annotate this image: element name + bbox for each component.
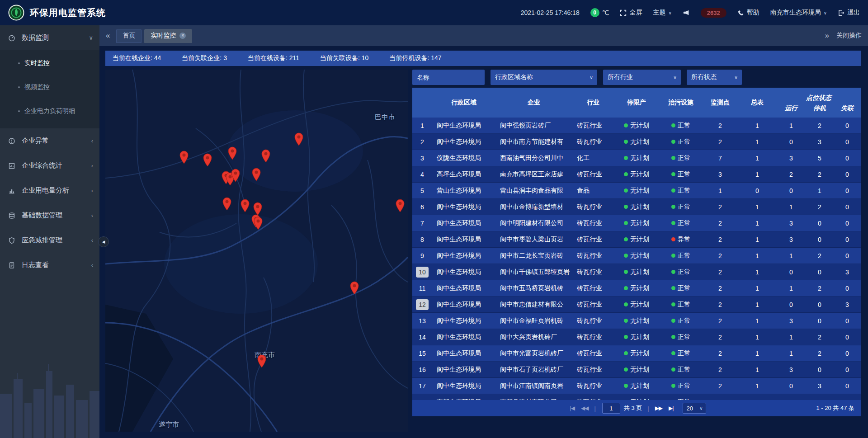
- table-row[interactable]: 17阆中生态环境局阆中市江南镇阆南页岩砖瓦行业无计划正常21030: [412, 378, 861, 394]
- first-page-button[interactable]: |◀: [570, 405, 575, 411]
- sidebar-subitem-视频监控[interactable]: 视频监控: [0, 75, 99, 99]
- cell-run-count: 1: [777, 350, 806, 357]
- fullscreen-button[interactable]: 全屏: [620, 9, 642, 17]
- cell-limit-status: 无计划: [614, 284, 659, 292]
- chevron-down-icon: ∨: [673, 75, 677, 80]
- stat-item: 当前停机设备: 147: [389, 54, 441, 62]
- map-collapse-button[interactable]: ◀: [98, 236, 109, 247]
- sidebar-subitem-企业电力负荷明细[interactable]: 企业电力负荷明细: [0, 99, 99, 123]
- sidebar-item-基础数据管理[interactable]: 基础数据管理‹: [0, 203, 99, 228]
- cell-run-count: 1: [777, 334, 806, 341]
- table-row[interactable]: 8阆中生态环境局阆中市枣碧大梁山页岩砖瓦行业无计划异常21300: [412, 231, 861, 248]
- sidebar-item-企业综合统计[interactable]: 企业综合统计‹: [0, 153, 99, 178]
- cell-industry: 砖瓦行业: [572, 366, 614, 374]
- cell-monitor-count: 2: [703, 350, 738, 357]
- cell-monitor-count: 2: [703, 382, 738, 390]
- cell-company: 南充市高坪区王家店建: [495, 170, 572, 179]
- alert-count-badge[interactable]: 2632: [701, 8, 726, 18]
- table-row[interactable]: 2阆中生态环境局阆中市南方节能建材有砖瓦行业无计划正常21030: [412, 134, 861, 150]
- sidebar-item-企业用电量分析[interactable]: 企业用电量分析‹: [0, 178, 99, 203]
- table-row[interactable]: 10阆中生态环境局阆中市千佛镇五郎垭页岩砖瓦行业无计划正常21003: [412, 264, 861, 280]
- cell-run-count: 0: [777, 382, 806, 390]
- cell-industry: 食品: [572, 187, 614, 195]
- help-button[interactable]: 帮助: [737, 9, 760, 17]
- sidebar-subitem-实时监控[interactable]: 实时监控: [0, 51, 99, 75]
- tab-realtime-monitor[interactable]: 实时监控 ×: [144, 29, 192, 43]
- status-dot-icon: [671, 172, 675, 176]
- page-size-select[interactable]: 20 ∨: [683, 403, 706, 414]
- table-row[interactable]: 5营山生态环境局营山县润丰肉食品有限食品无计划正常10010: [412, 183, 861, 199]
- table-row[interactable]: 13阆中生态环境局阆中市金福旺页岩机砖砖瓦行业无计划正常21300: [412, 313, 861, 329]
- map-pin-icon[interactable]: [179, 151, 189, 165]
- table-row[interactable]: 14阆中生态环境局阆中大兴页岩机砖厂砖瓦行业无计划正常21120: [412, 329, 861, 345]
- table-row[interactable]: 11阆中生态环境局阆中市五马桥页岩机砖砖瓦行业无计划正常21120: [412, 280, 861, 297]
- map-pin-icon[interactable]: [251, 168, 261, 183]
- chevron-collapsed-icon: ‹: [91, 162, 93, 169]
- chevron-left-icon: ◀: [102, 240, 105, 244]
- cell-meter-count: 1: [738, 252, 777, 259]
- map-pin-icon[interactable]: [349, 281, 359, 296]
- table-row[interactable]: 4高坪生态环境局南充市高坪区王家店建砖瓦行业无计划正常31220: [412, 166, 861, 183]
- tabs-scroll-left-icon[interactable]: «: [106, 31, 110, 40]
- table-body: 1阆中生态环境局阆中强锐页岩砖厂砖瓦行业无计划正常211202阆中生态环境局阆中…: [412, 118, 861, 400]
- cell-company: 阆中市光富页岩机砖厂: [495, 349, 572, 358]
- cell-run-count: 3: [777, 220, 806, 227]
- map-pin-icon[interactable]: [203, 153, 212, 168]
- table-row[interactable]: 16阆中生态环境局阆中市石子页岩机砖厂砖瓦行业无计划正常21300: [412, 362, 861, 378]
- map-panel[interactable]: 巴中市南充市遂宁市: [105, 70, 408, 432]
- logout-button[interactable]: 退出: [838, 9, 860, 17]
- cell-industry: 化工: [572, 154, 614, 162]
- sidebar-item-label: 应急减排管理: [22, 236, 91, 245]
- cell-industry: 砖瓦行业: [572, 138, 614, 146]
- prev-page-button[interactable]: ◀◀: [581, 405, 588, 411]
- cell-region: 阆中生态环境局: [432, 382, 495, 390]
- region-filter-select[interactable]: 行政区域名称 ∨: [491, 70, 597, 85]
- table-row[interactable]: 18南部生态环境局南部县建材有限公司砖瓦行业无计划正常21030: [412, 394, 861, 400]
- next-page-button[interactable]: ▶▶: [655, 405, 662, 411]
- table-row[interactable]: 15阆中生态环境局阆中市光富页岩机砖厂砖瓦行业无计划正常21120: [412, 345, 861, 362]
- close-operations-button[interactable]: 关闭操作: [836, 32, 862, 40]
- table-row[interactable]: 9阆中生态环境局阆中市二龙长宝页岩砖砖瓦行业无计划正常21120: [412, 248, 861, 264]
- map-pin-icon[interactable]: [395, 199, 405, 214]
- status-dot-icon: [624, 367, 628, 372]
- announcement-button[interactable]: [683, 9, 690, 16]
- industry-filter-select[interactable]: 所有行业 ∨: [603, 70, 681, 85]
- cell-facility-status: 正常: [659, 349, 703, 358]
- name-filter-input[interactable]: [412, 70, 485, 85]
- cell-region: 阆中生态环境局: [432, 219, 495, 227]
- map-pin-icon[interactable]: [257, 354, 267, 369]
- map-pin-icon[interactable]: [222, 197, 232, 212]
- table-row[interactable]: 6阆中生态环境局阆中市金博瑞新型墙材砖瓦行业无计划正常21120: [412, 199, 861, 215]
- status-filter-select[interactable]: 所有状态 ∨: [687, 70, 742, 85]
- table-row[interactable]: 7阆中生态环境局阆中明阳建材有限公司砖瓦行业无计划正常21300: [412, 215, 861, 231]
- chevron-collapsed-icon: ‹: [91, 137, 93, 144]
- table-row[interactable]: 12阆中生态环境局阆中市忠信建材有限公砖瓦行业无计划正常21003: [412, 297, 861, 313]
- sidebar-item-企业异常[interactable]: 企业异常‹: [0, 128, 99, 153]
- sidebar-submenu: 实时监控视频监控企业电力负荷明细: [0, 50, 99, 128]
- close-icon[interactable]: ×: [179, 33, 186, 39]
- cell-index: 15: [412, 350, 432, 357]
- org-dropdown[interactable]: 南充市生态环境局 ∨: [770, 9, 827, 17]
- theme-dropdown[interactable]: 主题 ∨: [653, 9, 671, 17]
- tab-home[interactable]: 首页: [116, 29, 142, 43]
- map-pin-icon[interactable]: [253, 217, 263, 231]
- map-pin-icon[interactable]: [227, 146, 237, 161]
- sidebar-item-数据监测[interactable]: 数据监测∨: [0, 25, 99, 50]
- page-input[interactable]: [602, 403, 620, 414]
- map-roads: [105, 70, 408, 432]
- sidebar-item-应急减排管理[interactable]: 应急减排管理‹: [0, 228, 99, 253]
- tabs-scroll-right-icon[interactable]: »: [825, 31, 829, 40]
- map-pin-icon[interactable]: [231, 169, 241, 184]
- cell-stop-count: 2: [806, 285, 834, 292]
- map-pin-icon[interactable]: [261, 149, 271, 164]
- last-page-button[interactable]: ▶|: [669, 405, 673, 411]
- map-pin-icon[interactable]: [294, 132, 304, 147]
- table-row[interactable]: 1阆中生态环境局阆中强锐页岩砖厂砖瓦行业无计划正常21120: [412, 118, 861, 134]
- sidebar-item-日志查看[interactable]: 日志查看‹: [0, 253, 99, 278]
- map-pin-icon[interactable]: [240, 199, 250, 214]
- table-row[interactable]: 3仪陇生态环境局西南油气田分公司川中化工无计划正常71350: [412, 150, 861, 166]
- cell-facility-status: 正常: [659, 187, 703, 195]
- temperature-unit: ℃: [602, 9, 609, 16]
- cell-company: 阆中市千佛镇五郎垭页岩: [495, 268, 572, 276]
- cell-lost-count: 0: [834, 382, 861, 390]
